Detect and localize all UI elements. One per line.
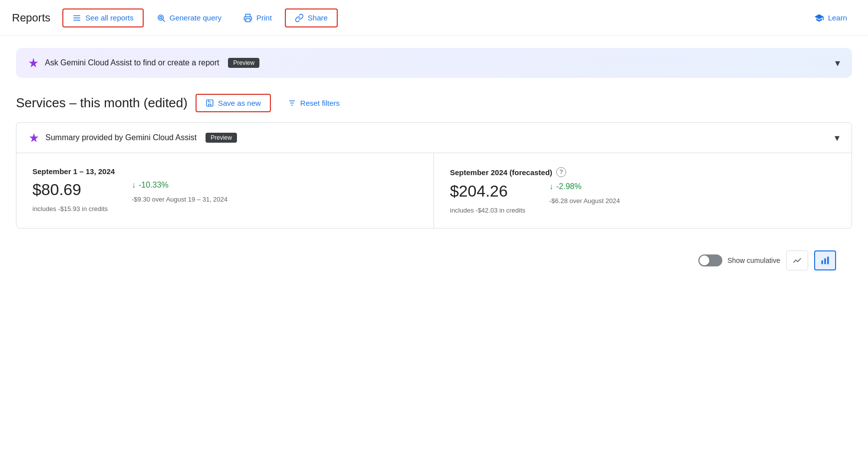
svg-rect-13 bbox=[827, 257, 829, 264]
summary-right-col: September 2024 (forecasted) ? $204.26 in… bbox=[434, 153, 852, 228]
svg-rect-11 bbox=[822, 260, 823, 264]
summary-right-change-metric: ↓ -2.98% -$6.28 over August 2024 bbox=[549, 182, 620, 214]
summary-left-change-metric: ↓ -10.33% -$9.30 over August 19 – 31, 20… bbox=[132, 181, 227, 213]
summary-right-period: September 2024 (forecasted) ? bbox=[450, 167, 836, 177]
report-title: Services – this month (edited) bbox=[16, 95, 188, 111]
sparkle-icon bbox=[28, 57, 39, 68]
report-title-row: Services – this month (edited) Save as n… bbox=[16, 94, 852, 112]
summary-right-credits: includes -$42.03 in credits bbox=[450, 207, 525, 214]
cumulative-toggle-switch[interactable] bbox=[698, 254, 722, 266]
print-icon bbox=[243, 13, 252, 22]
summary-card: Summary provided by Gemini Cloud Assist … bbox=[16, 122, 852, 229]
line-chart-button[interactable] bbox=[786, 250, 808, 270]
summary-body: September 1 – 13, 2024 $80.69 includes -… bbox=[16, 153, 852, 228]
list-icon bbox=[72, 13, 81, 22]
summary-header-left: Summary provided by Gemini Cloud Assist … bbox=[28, 132, 237, 143]
svg-rect-6 bbox=[246, 18, 250, 21]
header: Reports See all reports Generate query bbox=[0, 0, 868, 36]
save-icon bbox=[206, 99, 214, 107]
main-content: Ask Gemini Cloud Assist to find or creat… bbox=[0, 36, 868, 288]
gemini-banner-text: Ask Gemini Cloud Assist to find or creat… bbox=[45, 58, 219, 67]
summary-left-change: ↓ -10.33% bbox=[132, 181, 227, 190]
summary-card-header[interactable]: Summary provided by Gemini Cloud Assist … bbox=[16, 123, 852, 153]
summary-left-change-detail: -$9.30 over August 19 – 31, 2024 bbox=[132, 196, 227, 203]
bottom-toolbar: Show cumulative bbox=[16, 244, 852, 276]
summary-left-credits: includes -$15.93 in credits bbox=[32, 205, 108, 213]
arrow-down-icon-left: ↓ bbox=[132, 181, 136, 190]
page-title: Reports bbox=[12, 11, 50, 24]
summary-left-amount-metric: $80.69 includes -$15.93 in credits bbox=[32, 181, 108, 213]
svg-point-3 bbox=[158, 15, 164, 20]
summary-right-change: ↓ -2.98% bbox=[549, 182, 620, 191]
generate-query-button[interactable]: Generate query bbox=[148, 9, 230, 26]
bar-chart-button[interactable] bbox=[814, 250, 836, 270]
reset-filters-button[interactable]: Reset filters bbox=[279, 95, 349, 111]
svg-line-4 bbox=[163, 19, 165, 21]
summary-right-amount-metric: $204.26 includes -$42.03 in credits bbox=[450, 182, 525, 214]
query-icon bbox=[157, 13, 166, 22]
gemini-banner-chevron[interactable]: ▾ bbox=[835, 57, 840, 69]
save-as-new-button[interactable]: Save as new bbox=[196, 94, 271, 112]
gemini-preview-badge: Preview bbox=[228, 58, 259, 68]
show-cumulative-toggle: Show cumulative bbox=[698, 254, 780, 266]
summary-right-amount: $204.26 bbox=[450, 182, 525, 201]
share-icon bbox=[295, 13, 304, 22]
learn-button[interactable]: Learn bbox=[805, 9, 856, 27]
summary-left-period: September 1 – 13, 2024 bbox=[32, 167, 418, 176]
summary-card-chevron[interactable]: ▾ bbox=[835, 132, 840, 144]
summary-header-text: Summary provided by Gemini Cloud Assist bbox=[45, 133, 197, 142]
gemini-banner-left: Ask Gemini Cloud Assist to find or creat… bbox=[28, 57, 259, 68]
share-button[interactable]: Share bbox=[285, 8, 338, 27]
summary-left-metrics: $80.69 includes -$15.93 in credits ↓ -10… bbox=[32, 181, 418, 213]
see-all-reports-button[interactable]: See all reports bbox=[62, 8, 144, 27]
summary-left-col: September 1 – 13, 2024 $80.69 includes -… bbox=[16, 153, 434, 228]
summary-right-metrics: $204.26 includes -$42.03 in credits ↓ -2… bbox=[450, 182, 836, 214]
summary-sparkle-icon bbox=[28, 132, 39, 143]
learn-icon bbox=[814, 13, 824, 23]
toggle-knob bbox=[699, 255, 709, 265]
print-button[interactable]: Print bbox=[234, 9, 281, 26]
arrow-down-icon-right: ↓ bbox=[549, 182, 553, 191]
summary-left-amount: $80.69 bbox=[32, 181, 108, 199]
filter-icon bbox=[288, 99, 296, 107]
svg-point-5 bbox=[160, 16, 162, 19]
gemini-banner[interactable]: Ask Gemini Cloud Assist to find or creat… bbox=[16, 48, 852, 78]
info-icon[interactable]: ? bbox=[556, 167, 566, 177]
summary-preview-badge: Preview bbox=[206, 133, 237, 143]
svg-rect-12 bbox=[824, 258, 826, 264]
svg-rect-7 bbox=[207, 100, 213, 106]
summary-right-change-detail: -$6.28 over August 2024 bbox=[549, 197, 620, 205]
show-cumulative-label: Show cumulative bbox=[727, 256, 780, 264]
